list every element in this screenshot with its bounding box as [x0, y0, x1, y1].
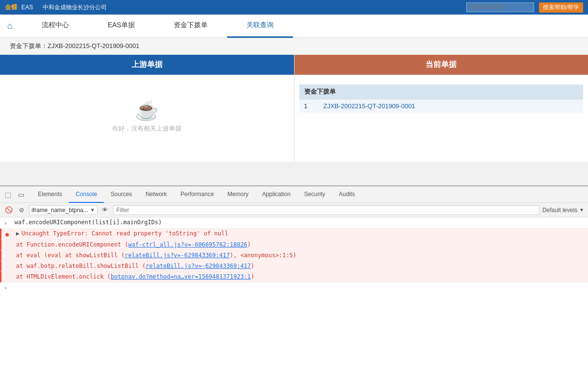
top-bar: 金蝶 EAS 中和金成物业长沙分公司 搜索帮助/帮学 [0, 0, 588, 15]
devtools-inspect-button[interactable]: ⬚ [2, 189, 13, 200]
tab-funds[interactable]: 资金下拨单 [154, 15, 227, 38]
search-button[interactable]: 搜索帮助/帮学 [539, 2, 583, 13]
devtools-top-bar: ⬚ ▭ Elements Console Sources Network Per… [0, 186, 588, 203]
eye-button[interactable]: 👁 [100, 205, 110, 215]
company-label: 中和金成物业长沙分公司 [43, 3, 107, 12]
console-toolbar: 🚫 ⊘ iframe_name_btpna... ▼ 👁 Default lev… [0, 203, 588, 217]
default-levels-label: Default levels [542, 207, 577, 214]
upstream-body: ☕ 你好，没有相关上游单据 [0, 75, 294, 157]
devtools-dock-icons: ⬚ ▭ [2, 189, 26, 200]
tab-application[interactable]: Application [255, 186, 297, 203]
context-selector[interactable]: iframe_name_btpna... ▼ [29, 205, 98, 215]
tab-memory[interactable]: Memory [221, 186, 255, 203]
input-arrow-icon: › [4, 220, 12, 227]
tab-console[interactable]: Console [69, 186, 104, 203]
tab-workflow[interactable]: 流程中心 [22, 15, 88, 38]
error-stack-line-3: at HTMLDivElement.onclick (botpnav.do?me… [0, 272, 588, 282]
bill-link[interactable]: ZJXB-2002215-QT-201909-0001 [324, 102, 415, 110]
context-arrow-icon: ▼ [90, 207, 95, 213]
stack-prefix-0: at Function.encodeURIComponent ( [16, 241, 128, 248]
brand-label: EAS [21, 4, 33, 11]
tab-eas[interactable]: EAS单据 [88, 15, 154, 38]
stack-suffix-1: ), <anonymous>:1:5) [230, 252, 296, 259]
coffee-icon: ☕ [135, 99, 159, 122]
search-input[interactable] [466, 2, 534, 12]
tab-related[interactable]: 关联查询 [227, 15, 293, 38]
tab-performance[interactable]: Performance [174, 186, 221, 203]
clear-console-button[interactable]: 🚫 [4, 205, 14, 215]
tab-security[interactable]: Security [297, 186, 332, 203]
stack-text-3: at HTMLDivElement.onclick (botpnav.do?me… [16, 273, 584, 280]
stack-suffix-0: ) [247, 241, 251, 248]
stack-text-1: at eval (eval at showListBill (relateBil… [16, 252, 584, 259]
tab-network[interactable]: Network [139, 186, 174, 203]
console-output: › waf.encodeURIComponent(list[i].mainOrg… [0, 217, 588, 365]
error-main-line: ● ▶ Uncaught TypeError: Cannot read prop… [0, 229, 588, 240]
console-prompt-input[interactable] [10, 284, 584, 291]
console-input-line: › waf.encodeURIComponent(list[i].mainOrg… [0, 217, 588, 229]
stack-text-0: at Function.encodeURIComponent (waf-ctrl… [16, 241, 584, 248]
stack-link-2[interactable]: relateBill.js?v=-629843369:417 [146, 263, 251, 269]
stack-link-1[interactable]: relateBill.js?v=-629843369:417 [125, 252, 230, 259]
prompt-arrow-icon: › [4, 284, 7, 291]
filter-input[interactable] [113, 205, 539, 215]
upstream-empty-text: 你好，没有相关上游单据 [112, 124, 181, 133]
tab-elements[interactable]: Elements [31, 186, 69, 203]
default-levels-dropdown[interactable]: Default levels ▼ [542, 207, 584, 214]
stack-suffix-3: ) [251, 273, 254, 280]
console-filter-toggle[interactable]: ⊘ [16, 205, 26, 215]
stack-prefix-2: at waf.botp.relateBill.showListBill ( [16, 263, 146, 269]
table-header: 资金下拨单 [299, 84, 584, 99]
content-area: 上游单据 ☕ 你好，没有相关上游单据 当前单据 资金下拨单 1 ZJXB-200… [0, 55, 588, 162]
tab-audits[interactable]: Audits [332, 186, 361, 203]
current-panel: 当前单据 资金下拨单 1 ZJXB-2002215-QT-201909-0001 [294, 55, 588, 162]
table-row: 1 ZJXB-2002215-QT-201909-0001 [299, 99, 584, 113]
row-number: 1 [304, 102, 324, 110]
search-area: 搜索帮助/帮学 [466, 2, 583, 13]
console-input-text: waf.encodeURIComponent(list[i].mainOrgID… [15, 219, 584, 226]
stack-prefix-3: at HTMLDivElement.onclick ( [16, 273, 111, 280]
logo-icon: 金蝶 [5, 3, 17, 12]
error-stack-line-1: at eval (eval at showListBill (relateBil… [0, 250, 588, 261]
home-icon[interactable]: ⌂ [5, 18, 15, 33]
stack-link-3[interactable]: botpnav.do?method=na…ver=1569481371923:1 [111, 273, 251, 280]
current-header: 当前单据 [294, 55, 588, 75]
devtools-tabs: Elements Console Sources Network Perform… [31, 186, 362, 203]
upstream-panel: 上游单据 ☕ 你好，没有相关上游单据 [0, 55, 294, 162]
error-main-text: Uncaught TypeError: Cannot read property… [21, 230, 584, 237]
devtools-device-button[interactable]: ▭ [16, 189, 26, 200]
error-circle-icon: ● [5, 231, 13, 238]
console-prompt-line: › [0, 282, 588, 293]
breadcrumb: 资金下拨单：ZJXB-2002215-QT-201909-0001 [0, 38, 588, 55]
error-stack-line-0: at Function.encodeURIComponent (waf-ctrl… [0, 240, 588, 250]
stack-suffix-2: ) [251, 263, 254, 269]
default-levels-arrow-icon: ▼ [579, 207, 584, 213]
upstream-header: 上游单据 [0, 55, 294, 75]
stack-link-0[interactable]: waf-ctrl_all.js?v=-606695762:18826 [128, 241, 247, 248]
devtools-panel: ⬚ ▭ Elements Console Sources Network Per… [0, 185, 588, 365]
error-expand-icon[interactable]: ▶ [16, 230, 19, 237]
stack-prefix-1: at eval (eval at showListBill ( [16, 252, 125, 259]
tab-sources[interactable]: Sources [104, 186, 139, 203]
stack-text-2: at waf.botp.relateBill.showListBill (rel… [16, 263, 584, 269]
error-stack-line-2: at waf.botp.relateBill.showListBill (rel… [0, 261, 588, 272]
main-nav: ⌂ 流程中心 EAS单据 资金下拨单 关联查询 [0, 15, 588, 38]
current-body: 资金下拨单 1 ZJXB-2002215-QT-201909-0001 [294, 75, 588, 117]
context-label: iframe_name_btpna... [32, 207, 88, 214]
